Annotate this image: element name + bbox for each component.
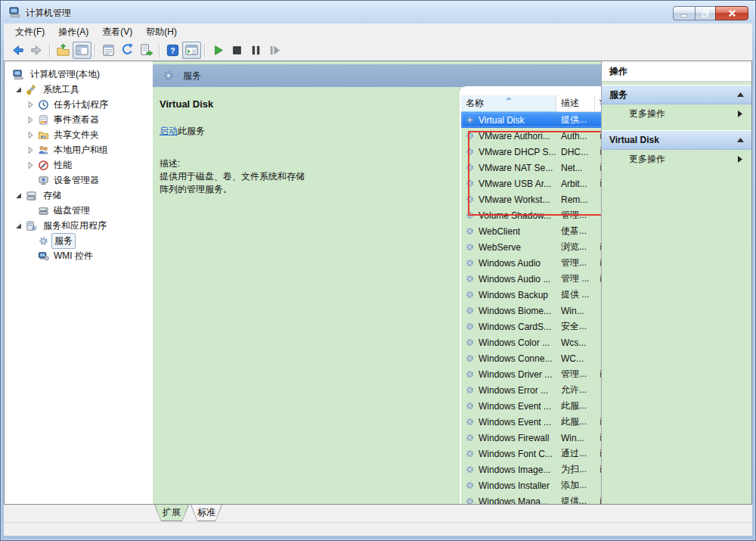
pause-service-button[interactable]: [246, 42, 265, 59]
tree-item-label[interactable]: 计算机管理(本地): [28, 67, 102, 82]
service-row-Windows Mana...[interactable]: Windows Mana...提供...已启动自动本地系统: [461, 493, 601, 504]
title-bar[interactable]: 计算机管理: [1, 1, 755, 23]
cell-desc: Arbit...: [561, 179, 587, 189]
tree-item-任务计划程序[interactable]: 任务计划程序: [5, 97, 153, 112]
service-row-Windows Event ...[interactable]: Windows Event ...此服...已启动自动本地服务: [461, 414, 601, 430]
tree-item-存储[interactable]: 存储: [5, 188, 153, 203]
back-button[interactable]: [8, 42, 27, 59]
tree-item-系统工具[interactable]: 系统工具: [5, 82, 153, 97]
more-actions-item[interactable]: 更多操作: [602, 104, 751, 123]
service-row-Windows Audio[interactable]: Windows Audio管理...已启动自动本地服务: [461, 255, 601, 271]
forward-button[interactable]: [27, 42, 46, 59]
service-row-Volume Shadow...[interactable]: Volume Shadow...管理...手动本地系统: [461, 207, 601, 223]
tree-item-label[interactable]: 存储: [41, 188, 64, 203]
service-row-Windows Font C...[interactable]: Windows Font C...通过...已启动自动(延迟...本地服务: [461, 446, 601, 462]
cell-name: Windows Event ...: [479, 401, 551, 412]
collapse-arrow-icon[interactable]: [15, 86, 22, 93]
tree-item-计算机管理(本地)[interactable]: 计算机管理(本地): [5, 67, 153, 82]
menu-item-2[interactable]: 查看(V): [95, 23, 139, 41]
window-frame: 计算机管理 文件(F)操作(A)查看(V)帮助(H) ? 计算机管理(本地)系统…: [0, 0, 756, 541]
service-row-Windows Backup[interactable]: Windows Backup提供 ...手动本地系统: [461, 287, 601, 303]
service-row-Windows Installer[interactable]: Windows Installer添加...自动本地系统: [461, 477, 601, 493]
tree-item-label[interactable]: 性能: [51, 158, 74, 173]
expand-arrow-icon[interactable]: [27, 101, 34, 108]
restore-button[interactable]: [695, 6, 716, 20]
service-row-Virtual Disk[interactable]: Virtual Disk提供...手动本地系统: [461, 112, 601, 128]
service-row-Windows CardS...[interactable]: Windows CardS...安全...手动本地系统: [461, 319, 601, 334]
tree-item-label[interactable]: 设备管理器: [51, 173, 101, 188]
service-row-WebClient[interactable]: WebClient使基...手动本地服务: [461, 223, 601, 239]
service-row-Windows Event ...[interactable]: Windows Event ...此服...手动网络服务: [461, 398, 601, 414]
collapse-section-icon[interactable]: [737, 138, 744, 142]
tree-item-设备管理器[interactable]: 设备管理器: [5, 173, 153, 188]
service-row-Windows Firewall[interactable]: Windows FirewallWin...已启动自动本地服务: [461, 430, 601, 446]
tree-item-本地用户和组[interactable]: 本地用户和组: [5, 142, 153, 157]
folder-up-button[interactable]: [54, 42, 73, 59]
more-actions-item[interactable]: 更多操作: [602, 150, 751, 168]
stop-service-button[interactable]: [228, 42, 246, 59]
start-service-link[interactable]: 启动: [160, 126, 178, 136]
expand-arrow-icon[interactable]: [27, 117, 34, 123]
service-row-VMware DHCP S...[interactable]: VMware DHCP S...DHC...已启动自动本地系统: [461, 144, 601, 160]
tree-item-label[interactable]: 本地用户和组: [51, 143, 110, 157]
expand-arrow-icon[interactable]: [27, 132, 34, 138]
tree-item-共享文件夹[interactable]: 共享文件夹: [5, 127, 153, 142]
service-row-Windows Biome...[interactable]: Windows Biome...Win...手动本地系统: [461, 303, 601, 319]
tree-item-label[interactable]: 事件查看器: [51, 113, 101, 127]
service-row-Windows Audio ...[interactable]: Windows Audio ...管理 ...已启动自动本地系统: [461, 271, 601, 287]
tree-item-label[interactable]: 系统工具: [41, 82, 82, 97]
storage-icon: [26, 190, 37, 201]
collapse-section-icon[interactable]: [737, 92, 744, 97]
minimize-button[interactable]: [673, 6, 696, 20]
menu-item-3[interactable]: 帮助(H): [139, 23, 184, 41]
actions-section-服务[interactable]: 服务: [602, 85, 751, 104]
tree-item-label[interactable]: 服务和应用程序: [41, 219, 109, 233]
expand-arrow-icon[interactable]: [27, 147, 34, 154]
properties-button[interactable]: [99, 42, 118, 59]
tree-item-性能[interactable]: 性能: [5, 157, 153, 173]
service-row-Windows Conne...[interactable]: Windows Conne...WC...手动本地服务: [461, 350, 601, 366]
service-row-WebServe[interactable]: WebServe浏览...已启动自动本地系统: [461, 239, 601, 255]
tree-item-label[interactable]: 磁盘管理: [51, 204, 92, 218]
start-service-button[interactable]: [209, 42, 228, 59]
tree-item-label[interactable]: 任务计划程序: [51, 98, 110, 112]
service-row-Windows Color ...[interactable]: Windows Color ...Wcs...手动本地服务: [461, 334, 601, 350]
refresh-button[interactable]: [118, 42, 137, 59]
actions-section-title: Virtual Disk: [609, 135, 659, 145]
show-action-pane-button[interactable]: [182, 42, 201, 59]
tree-item-label[interactable]: 共享文件夹: [51, 128, 101, 142]
tree-item-WMI 控件[interactable]: WMI 控件: [5, 248, 153, 263]
tree-item-服务和应用程序[interactable]: 服务和应用程序: [5, 218, 153, 233]
tree-item-磁盘管理[interactable]: 磁盘管理: [5, 203, 153, 218]
service-row-Windows Image...[interactable]: Windows Image...为扫...已启动自动本地服务: [461, 462, 601, 477]
tab-标准[interactable]: 标准: [191, 505, 222, 521]
service-gear-icon: [465, 433, 475, 443]
tree-item-服务[interactable]: 服务: [5, 233, 153, 248]
tools-icon: [26, 84, 37, 95]
service-row-VMware Authori...[interactable]: VMware Authori...Auth...已启动自动本地系统: [461, 128, 601, 144]
actions-section-Virtual Disk[interactable]: Virtual Disk: [602, 130, 751, 150]
tab-扩展[interactable]: 扩展: [154, 505, 189, 521]
service-row-VMware USB Ar...[interactable]: VMware USB Ar...Arbit...已启动自动本地系统: [461, 176, 601, 191]
tree-item-label[interactable]: 服务: [51, 233, 76, 249]
cell-name: VMware Workst...: [479, 194, 550, 205]
tree-item-事件查看器[interactable]: 事件查看器: [5, 112, 153, 127]
close-button[interactable]: [715, 6, 748, 20]
expand-arrow-icon[interactable]: [27, 162, 34, 169]
tree-item-label[interactable]: WMI 控件: [51, 249, 95, 263]
restart-service-button[interactable]: [265, 42, 284, 59]
service-row-VMware Workst...[interactable]: VMware Workst...Rem...自动本地系统: [461, 191, 601, 207]
help-button[interactable]: ?: [163, 42, 182, 59]
service-row-Windows Driver ...[interactable]: Windows Driver ...管理...已启动自动本地系统: [461, 366, 601, 382]
column-header-status[interactable]: 状态: [595, 95, 601, 112]
menu-item-0[interactable]: 文件(F): [8, 23, 51, 41]
menu-item-1[interactable]: 操作(A): [51, 23, 95, 41]
column-header-name[interactable]: 名称: [461, 95, 556, 112]
service-row-Windows Error ...[interactable]: Windows Error ...允许...手动本地系统: [461, 382, 601, 398]
column-header-desc[interactable]: 描述: [556, 95, 595, 112]
collapse-arrow-icon[interactable]: [15, 222, 22, 229]
export-list-button[interactable]: [137, 42, 156, 59]
show-console-tree-button[interactable]: [73, 42, 91, 59]
service-row-VMware NAT Se...[interactable]: VMware NAT Se...Net...已启动自动本地系统: [461, 160, 601, 176]
collapse-arrow-icon[interactable]: [15, 192, 22, 199]
